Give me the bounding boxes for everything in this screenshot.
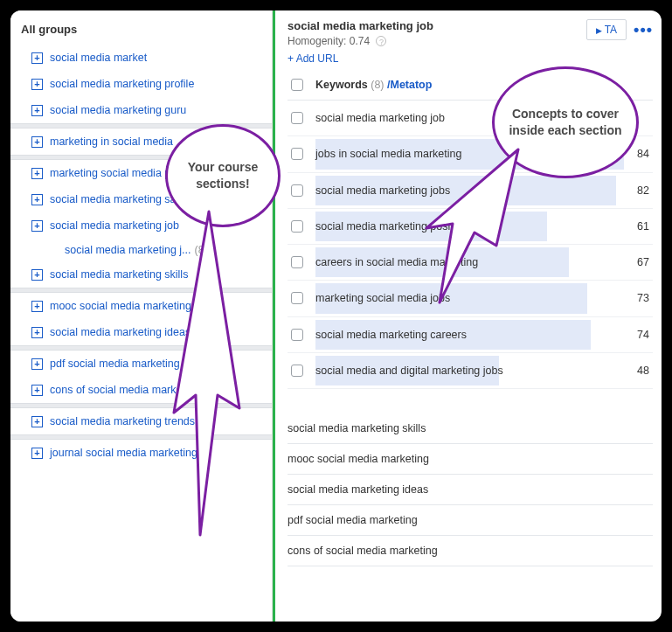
add-url-link[interactable]: + Add URL	[288, 52, 653, 65]
callout-text: Concepts to cover inside each section	[503, 106, 627, 139]
more-menu-icon[interactable]: •••	[634, 21, 653, 39]
expand-icon[interactable]: +	[31, 416, 43, 427]
sidebar-title: All groups	[10, 16, 272, 45]
callout-left: Your course sections!	[165, 124, 281, 227]
tree-item[interactable]: +social media marketing profile	[10, 71, 272, 97]
expand-icon[interactable]: +	[31, 194, 43, 205]
kw-header-text: Keywords	[315, 79, 368, 91]
row-checkbox[interactable]	[291, 329, 303, 341]
ta-button[interactable]: TA	[586, 19, 627, 40]
panel-title-block: social media marketing job Homogenity: 0…	[288, 19, 433, 47]
expand-icon[interactable]: +	[31, 269, 43, 281]
homogeneity: Homogenity: 0.74 ?	[288, 35, 433, 47]
callout-tail-icon	[156, 212, 261, 544]
tree-label: social media marketing guru	[50, 104, 186, 116]
keyword-value: 82	[606, 184, 649, 197]
lower-item[interactable]: social media marketing ideas	[288, 475, 653, 505]
app-frame: All groups +social media market +social …	[9, 9, 663, 623]
keyword-value: 61	[606, 220, 649, 233]
homog-label: Homogenity:	[288, 35, 346, 47]
row-checkbox[interactable]	[291, 184, 303, 197]
row-checkbox[interactable]	[291, 220, 303, 233]
row-checkbox[interactable]	[291, 112, 303, 124]
expand-icon[interactable]: +	[31, 327, 43, 338]
keyword-text: social media and digital marketing jobs	[315, 364, 606, 378]
keyword-value: 48	[606, 365, 649, 377]
help-icon[interactable]: ?	[376, 36, 386, 46]
keyword-value: 67	[606, 256, 649, 268]
expand-icon[interactable]: +	[31, 105, 43, 116]
tree-label: social media market	[50, 52, 147, 64]
lower-item[interactable]: cons of social media marketing	[288, 536, 653, 566]
expand-icon[interactable]: +	[31, 385, 43, 396]
row-checkbox[interactable]	[291, 256, 303, 268]
expand-icon[interactable]: +	[31, 220, 43, 232]
lower-item[interactable]: pdf social media marketing	[288, 505, 653, 536]
tree-item[interactable]: +social media marketing guru	[10, 97, 272, 123]
row-checkbox[interactable]	[291, 148, 303, 160]
sidebar-group: +social media market +social media marke…	[10, 45, 272, 123]
expand-icon[interactable]: +	[31, 301, 43, 312]
expand-icon[interactable]: +	[31, 168, 43, 179]
kw-header-count: (8)	[371, 79, 384, 91]
expand-icon[interactable]: +	[31, 79, 43, 90]
homog-value: 0.74	[350, 35, 370, 47]
callout-right: Concepts to cover inside each section	[492, 66, 639, 178]
keyword-value: 73	[606, 292, 649, 304]
lower-item[interactable]: social media marketing skills	[288, 413, 653, 444]
panel-header: social media marketing job Homogenity: 0…	[288, 19, 653, 47]
lower-item[interactable]: mooc social media marketing	[288, 444, 653, 475]
expand-icon[interactable]: +	[31, 448, 43, 459]
row-checkbox[interactable]	[291, 365, 303, 377]
kw-header-meta[interactable]: /Metatop	[387, 79, 432, 91]
keyword-text: social media marketing careers	[315, 328, 606, 342]
expand-icon[interactable]: +	[31, 136, 43, 148]
keyword-row[interactable]: social media marketing careers74	[288, 317, 653, 353]
keyword-row[interactable]: social media and digital marketing jobs4…	[288, 353, 653, 389]
tree-label: marketing in social media	[50, 135, 173, 148]
keywords-header-label: Keywords (8) /Metatop	[315, 79, 432, 91]
keyword-value: 74	[606, 329, 649, 341]
row-checkbox[interactable]	[291, 292, 303, 304]
expand-icon[interactable]: +	[31, 358, 43, 370]
tree-label: social media marketing profile	[50, 78, 194, 90]
tree-item[interactable]: +social media market	[10, 45, 272, 71]
header-actions: TA •••	[586, 19, 653, 40]
lower-list: social media marketing skills mooc socia…	[288, 413, 653, 566]
callout-text: Your course sections!	[177, 159, 269, 192]
callout-tail-icon	[422, 149, 544, 316]
panel-title: social media marketing job	[288, 19, 433, 32]
select-all-checkbox[interactable]	[291, 79, 303, 91]
expand-icon[interactable]: +	[31, 52, 43, 64]
